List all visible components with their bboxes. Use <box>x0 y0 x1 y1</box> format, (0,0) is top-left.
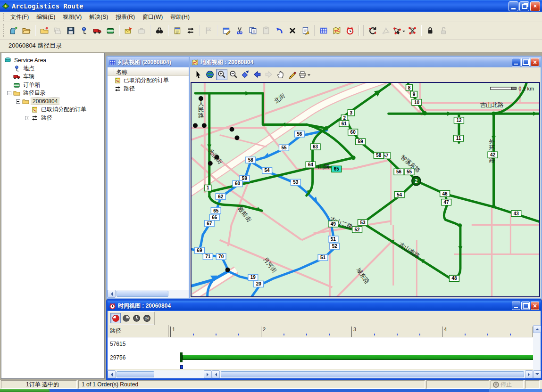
map-zoom-out-button[interactable] <box>228 69 239 80</box>
copy-button[interactable] <box>247 24 259 37</box>
tree-item--[interactable]: 订单箱 <box>1 81 104 90</box>
list-item-label[interactable]: 路径 <box>124 85 135 93</box>
stop-label-69[interactable]: 69 <box>194 247 204 253</box>
stop-label-48[interactable]: 48 <box>450 275 459 281</box>
menu-edit[interactable]: 编辑(E) <box>33 12 59 22</box>
tree-label[interactable]: Service Area <box>13 57 48 64</box>
route-row-57615[interactable]: 57615 <box>108 337 533 351</box>
stop-label-60[interactable]: 60 <box>348 129 358 135</box>
stop-label-47[interactable]: 47 <box>442 199 451 205</box>
vehicle-button[interactable] <box>91 24 103 37</box>
list-hscrollbar[interactable] <box>108 290 199 298</box>
menu-file[interactable]: 文件(F) <box>7 12 33 22</box>
stop-label-67[interactable]: 67 <box>204 220 214 227</box>
minimize-button[interactable] <box>509 1 518 11</box>
stop-label-49[interactable]: 49 <box>328 221 338 227</box>
close-button[interactable]: × <box>530 1 540 11</box>
stop-label-61[interactable]: 61 <box>339 121 349 127</box>
stop-label-59[interactable]: 59 <box>356 139 366 145</box>
tree-item--[interactable]: 地点 <box>1 65 104 73</box>
start-button-edge[interactable] <box>0 389 50 392</box>
stop-label-9[interactable]: 9 <box>410 91 417 98</box>
menu-reports[interactable]: 报表(R) <box>112 12 139 22</box>
stop-label-54[interactable]: 54 <box>262 167 272 173</box>
list-item[interactable]: 已取消分配的订单 <box>108 76 199 84</box>
stop-label-58[interactable]: 58 <box>246 157 256 163</box>
menu-view[interactable]: 视图(V) <box>59 12 85 22</box>
duplicate-button[interactable] <box>300 24 312 37</box>
map-view-button[interactable] <box>331 24 343 37</box>
routes-button[interactable] <box>184 24 197 37</box>
route-column-header[interactable]: 路径 <box>108 325 169 337</box>
import-orders-button[interactable] <box>7 24 19 37</box>
stop-label-51[interactable]: 51 <box>328 236 338 242</box>
table-view-button[interactable] <box>317 24 330 37</box>
unassigned-stop-dot[interactable] <box>235 135 240 140</box>
time-vscrollbar[interactable] <box>533 325 541 378</box>
orders-list-button[interactable] <box>171 24 183 37</box>
stop-label-11[interactable]: 11 <box>453 135 463 141</box>
unassigned-stop-dot[interactable] <box>225 268 230 272</box>
time-close-button[interactable] <box>531 302 539 310</box>
rebuild-routes-button[interactable] <box>406 24 418 37</box>
cut-button[interactable] <box>233 24 246 37</box>
build-routes-button[interactable] <box>393 24 405 37</box>
stop-label-53[interactable]: 53 <box>358 220 368 226</box>
stop-label-64[interactable]: 64 <box>306 162 316 168</box>
stop-label-2[interactable]: 2 <box>341 115 348 121</box>
route-row-29756[interactable]: 29756 <box>108 351 533 365</box>
route-time-bar[interactable] <box>183 355 533 360</box>
stop-label-54[interactable]: 54 <box>394 192 404 198</box>
tree-item--[interactable]: 路径目录 <box>1 89 104 98</box>
stop-label-20[interactable]: 20 <box>254 281 264 287</box>
stop-label-56[interactable]: 56 <box>294 131 304 137</box>
clock-full-button[interactable] <box>131 313 142 323</box>
stop-label-1[interactable]: 1 <box>205 185 211 191</box>
properties-button[interactable] <box>220 24 233 37</box>
stop-label-53[interactable]: 53 <box>291 179 300 185</box>
map-pan-button[interactable] <box>275 69 286 80</box>
stop-label-63[interactable]: 63 <box>310 144 320 150</box>
tree-label[interactable]: 订单箱 <box>22 81 42 89</box>
delete-button[interactable] <box>286 24 299 37</box>
lock-button[interactable] <box>424 24 436 37</box>
tree-item-20060804[interactable]: 20060804 <box>1 98 104 106</box>
stop-label-43[interactable]: 43 <box>511 211 521 217</box>
collapse-icon[interactable] <box>7 91 11 95</box>
scroll-thumb[interactable] <box>117 371 154 377</box>
tree-label[interactable]: 已取消分配的订单 <box>40 106 88 114</box>
tree-label[interactable]: 车辆 <box>22 73 36 81</box>
stop-label-19[interactable]: 19 <box>248 274 258 280</box>
tree-label[interactable]: 路径 <box>40 114 54 122</box>
stop-label-58[interactable]: 58 <box>374 152 384 158</box>
tree-item--[interactable]: 已取消分配的订单 <box>1 106 104 114</box>
new-folder-button[interactable] <box>38 24 50 37</box>
scroll-right-button[interactable] <box>204 370 212 378</box>
map-zoom-in-button[interactable] <box>216 69 227 80</box>
stop-label-3[interactable]: 3 <box>348 110 354 116</box>
scroll-right-button2[interactable] <box>525 370 533 378</box>
scroll-left-button[interactable] <box>108 370 116 378</box>
time-maximize-button[interactable] <box>521 302 530 310</box>
stop-label-65[interactable]: 65 <box>211 208 221 214</box>
stop-label-10[interactable]: 10 <box>412 99 422 106</box>
stop-label-55[interactable]: 55 <box>404 169 414 175</box>
list-item-label[interactable]: 已取消分配的订单 <box>124 76 169 84</box>
stop-label-56[interactable]: 56 <box>394 169 404 175</box>
undo-button[interactable] <box>273 24 285 37</box>
time-view-button[interactable] <box>344 24 356 37</box>
dropdown-caret-icon[interactable] <box>402 31 405 33</box>
map-globe-button[interactable] <box>204 69 216 80</box>
unassigned-stop-dot[interactable] <box>193 123 198 128</box>
map-close-button[interactable] <box>531 58 539 66</box>
dropdown-caret-icon[interactable] <box>308 74 310 77</box>
stop-label-55[interactable]: 55 <box>279 145 289 151</box>
map-print-button[interactable] <box>299 69 310 80</box>
list-item[interactable]: 路径 <box>108 84 199 93</box>
scroll-thumb[interactable] <box>117 291 168 297</box>
map-back-button[interactable] <box>251 69 263 80</box>
tree-item-service-area[interactable]: Service Area <box>1 56 104 65</box>
time-window-titlebar[interactable]: 时间视图 : 20060804 <box>108 301 541 311</box>
stop-label-65[interactable]: 65 <box>332 166 342 172</box>
location-button[interactable] <box>78 24 90 37</box>
